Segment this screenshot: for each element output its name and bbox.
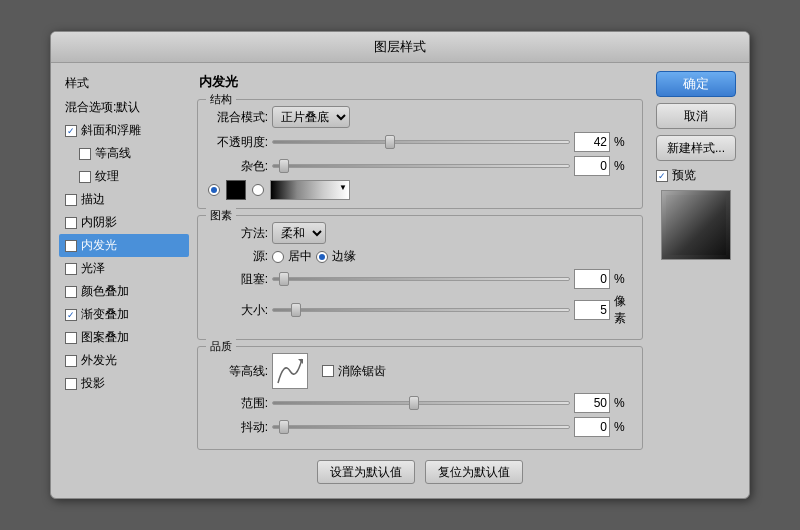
size-row: 大小: 像素 <box>208 293 632 327</box>
gradient-overlay-checkbox[interactable] <box>65 309 77 321</box>
source-row: 源: 居中 边缘 <box>208 248 632 265</box>
size-thumb[interactable] <box>291 303 301 317</box>
sidebar-item-inner-shadow[interactable]: 内阴影 <box>59 211 189 234</box>
sidebar-item-pattern-overlay[interactable]: 图案叠加 <box>59 326 189 349</box>
contour-checkbox[interactable] <box>79 148 91 160</box>
gradient-radio[interactable] <box>252 184 264 196</box>
choke-thumb[interactable] <box>279 272 289 286</box>
jitter-thumb[interactable] <box>279 420 289 434</box>
inner-glow-checkbox[interactable] <box>65 240 77 252</box>
main-content: 内发光 结构 混合模式: 正片叠底 正常 溶解 不透明度: <box>197 71 643 490</box>
noise-unit: % <box>614 159 632 173</box>
jitter-slider[interactable] <box>272 425 570 429</box>
sidebar-item-gradient-overlay[interactable]: 渐变叠加 <box>59 303 189 326</box>
reset-default-button[interactable]: 复位为默认值 <box>425 460 523 484</box>
color-row <box>208 180 632 200</box>
gradient-swatch[interactable] <box>270 180 350 200</box>
center-radio[interactable] <box>272 251 284 263</box>
layer-style-dialog: 图层样式 样式 混合选项:默认 斜面和浮雕 等高线 纹理 <box>50 31 750 499</box>
image-section: 图素 方法: 柔和 精确 源: 居中 边缘 <box>197 215 643 340</box>
range-unit: % <box>614 396 632 410</box>
new-style-button[interactable]: 新建样式... <box>656 135 736 161</box>
sidebar-item-texture[interactable]: 纹理 <box>59 165 189 188</box>
noise-thumb[interactable] <box>279 159 289 173</box>
sidebar-item-color-overlay[interactable]: 颜色叠加 <box>59 280 189 303</box>
sidebar-item-inner-glow[interactable]: 内发光 <box>59 234 189 257</box>
texture-checkbox[interactable] <box>79 171 91 183</box>
choke-unit: % <box>614 272 632 286</box>
jitter-unit: % <box>614 420 632 434</box>
jitter-input[interactable] <box>574 417 610 437</box>
opacity-input[interactable] <box>574 132 610 152</box>
ok-button[interactable]: 确定 <box>656 71 736 97</box>
range-row: 范围: % <box>208 393 632 413</box>
noise-label: 杂色: <box>208 158 268 175</box>
blend-mode-select[interactable]: 正片叠底 正常 溶解 <box>272 106 350 128</box>
sidebar-item-drop-shadow[interactable]: 投影 <box>59 372 189 395</box>
source-label: 源: <box>208 248 268 265</box>
bevel-checkbox[interactable] <box>65 125 77 137</box>
contour-label: 等高线: <box>208 363 268 380</box>
anti-alias-label: 消除锯齿 <box>338 363 386 380</box>
right-panel: 确定 取消 新建样式... 预览 <box>651 71 741 490</box>
opacity-row: 不透明度: % <box>208 132 632 152</box>
preview-label: 预览 <box>672 167 696 184</box>
contour-swatch[interactable] <box>272 353 308 389</box>
stroke-checkbox[interactable] <box>65 194 77 206</box>
contour-row: 等高线: 消除锯齿 <box>208 353 632 389</box>
noise-slider[interactable] <box>272 164 570 168</box>
method-row: 方法: 柔和 精确 <box>208 222 632 244</box>
structure-section: 结构 混合模式: 正片叠底 正常 溶解 不透明度: <box>197 99 643 209</box>
color-swatch[interactable] <box>226 180 246 200</box>
blend-mode-label: 混合模式: <box>208 109 268 126</box>
choke-input[interactable] <box>574 269 610 289</box>
size-input[interactable] <box>574 300 610 320</box>
color-radio[interactable] <box>208 184 220 196</box>
range-label: 范围: <box>208 395 268 412</box>
inner-glow-title: 内发光 <box>197 71 643 93</box>
size-slider[interactable] <box>272 308 570 312</box>
bottom-row: 设置为默认值 复位为默认值 <box>197 456 643 490</box>
satin-checkbox[interactable] <box>65 263 77 275</box>
choke-slider[interactable] <box>272 277 570 281</box>
preview-box <box>661 190 731 260</box>
noise-input[interactable] <box>574 156 610 176</box>
range-thumb[interactable] <box>409 396 419 410</box>
left-panel: 样式 混合选项:默认 斜面和浮雕 等高线 纹理 描边 <box>59 71 189 490</box>
blend-mode-row: 混合模式: 正片叠底 正常 溶解 <box>208 106 632 128</box>
edge-radio[interactable] <box>316 251 328 263</box>
sidebar-item-bevel[interactable]: 斜面和浮雕 <box>59 119 189 142</box>
sidebar-item-satin[interactable]: 光泽 <box>59 257 189 280</box>
styles-label: 样式 <box>59 71 189 96</box>
edge-label: 边缘 <box>332 248 356 265</box>
structure-title: 结构 <box>206 92 236 107</box>
inner-shadow-checkbox[interactable] <box>65 217 77 229</box>
quality-section: 品质 等高线: 消除锯齿 范围: <box>197 346 643 450</box>
opacity-label: 不透明度: <box>208 134 268 151</box>
drop-shadow-checkbox[interactable] <box>65 378 77 390</box>
opacity-slider[interactable] <box>272 140 570 144</box>
jitter-label: 抖动: <box>208 419 268 436</box>
range-input[interactable] <box>574 393 610 413</box>
sidebar-item-stroke[interactable]: 描边 <box>59 188 189 211</box>
color-overlay-checkbox[interactable] <box>65 286 77 298</box>
mix-options-item[interactable]: 混合选项:默认 <box>59 96 189 119</box>
sidebar-item-outer-glow[interactable]: 外发光 <box>59 349 189 372</box>
size-label: 大小: <box>208 302 268 319</box>
outer-glow-checkbox[interactable] <box>65 355 77 367</box>
preview-row: 预览 <box>656 167 736 184</box>
anti-alias-checkbox[interactable] <box>322 365 334 377</box>
set-default-button[interactable]: 设置为默认值 <box>317 460 415 484</box>
opacity-thumb[interactable] <box>385 135 395 149</box>
preview-checkbox[interactable] <box>656 170 668 182</box>
method-select[interactable]: 柔和 精确 <box>272 222 326 244</box>
jitter-row: 抖动: % <box>208 417 632 437</box>
center-label: 居中 <box>288 248 312 265</box>
preview-inner <box>666 195 726 255</box>
sidebar-item-contour[interactable]: 等高线 <box>59 142 189 165</box>
method-label: 方法: <box>208 225 268 242</box>
choke-label: 阻塞: <box>208 271 268 288</box>
cancel-button[interactable]: 取消 <box>656 103 736 129</box>
pattern-overlay-checkbox[interactable] <box>65 332 77 344</box>
range-slider[interactable] <box>272 401 570 405</box>
